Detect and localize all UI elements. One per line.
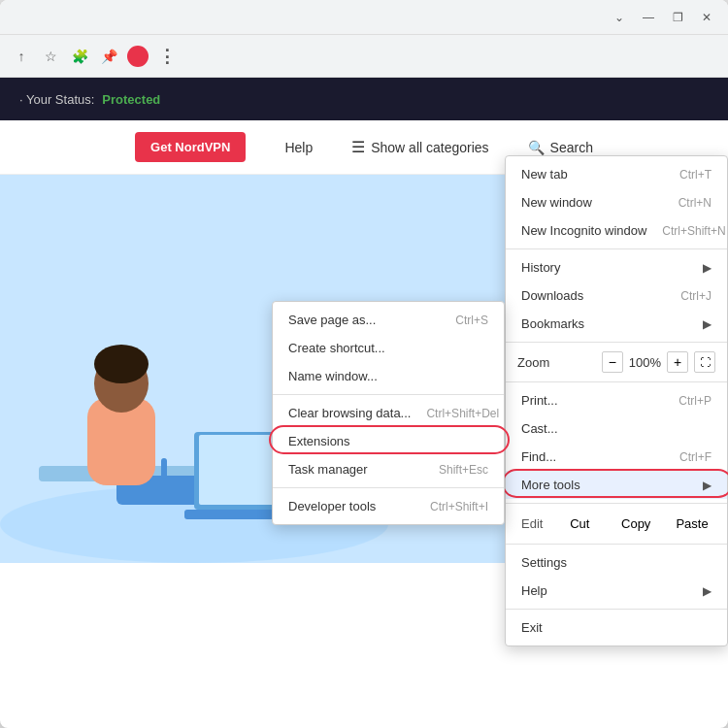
categories-nav[interactable]: ☰ Show all categories bbox=[351, 138, 488, 156]
zoom-plus-button[interactable]: + bbox=[667, 351, 688, 373]
extension-icon: 🧩 bbox=[72, 49, 88, 64]
menu-icon: ⋮ bbox=[158, 46, 176, 67]
print-item[interactable]: Print... Ctrl+P bbox=[506, 386, 727, 414]
svg-point-13 bbox=[94, 345, 149, 383]
toolbar-left-icons: ↑ ☆ 🧩 📌 ⋮ bbox=[8, 43, 181, 70]
status-value: Protected bbox=[102, 92, 160, 107]
settings-item[interactable]: Settings bbox=[506, 548, 727, 577]
minimize-button[interactable]: — bbox=[635, 4, 662, 31]
bookmark-button[interactable]: ☆ bbox=[37, 43, 64, 70]
pin-icon: 📌 bbox=[101, 49, 117, 64]
share-button[interactable]: ↑ bbox=[8, 43, 35, 70]
name-window-item[interactable]: Name window... bbox=[273, 362, 504, 390]
star-icon: ☆ bbox=[45, 49, 57, 64]
svg-rect-6 bbox=[161, 458, 167, 479]
maximize-button[interactable]: ❐ bbox=[664, 4, 691, 31]
extension-button[interactable]: 🧩 bbox=[66, 43, 93, 70]
page-header: · Your Status: Protected bbox=[0, 78, 728, 120]
sep-f bbox=[506, 609, 727, 610]
history-item[interactable]: History ▶ bbox=[506, 253, 727, 281]
sep-d bbox=[506, 503, 727, 504]
task-manager-item[interactable]: Task manager Shift+Esc bbox=[273, 455, 504, 483]
categories-label: Show all categories bbox=[371, 140, 488, 155]
search-nav[interactable]: 🔍 Search bbox=[528, 140, 593, 155]
new-incognito-item[interactable]: New Incognito window Ctrl+Shift+N bbox=[506, 216, 727, 245]
zoom-value: 100% bbox=[629, 355, 661, 370]
sep-c bbox=[506, 381, 727, 382]
save-page-item[interactable]: Save page as... Ctrl+S bbox=[273, 306, 504, 334]
close-icon: ✕ bbox=[702, 11, 711, 24]
edit-label: Edit bbox=[513, 512, 550, 536]
avatar-button[interactable] bbox=[124, 43, 151, 70]
find-item[interactable]: Find... Ctrl+F bbox=[506, 443, 727, 471]
cast-item[interactable]: Cast... bbox=[506, 414, 727, 443]
search-label: Search bbox=[550, 140, 593, 155]
developer-tools-item[interactable]: Developer tools Ctrl+Shift+I bbox=[273, 492, 504, 520]
chevron-down-btn[interactable]: ⌄ bbox=[606, 4, 633, 31]
zoom-item: Zoom − 100% + ⛶ bbox=[506, 347, 727, 378]
copy-button[interactable]: Copy bbox=[609, 512, 663, 536]
more-tools-item[interactable]: More tools ▶ bbox=[506, 471, 727, 499]
create-shortcut-item[interactable]: Create shortcut... bbox=[273, 334, 504, 362]
sep-a bbox=[506, 248, 727, 249]
cut-button[interactable]: Cut bbox=[552, 512, 607, 536]
page-context-menu: Save page as... Ctrl+S Create shortcut..… bbox=[272, 301, 505, 525]
hamburger-icon: ☰ bbox=[351, 138, 365, 156]
separator-1 bbox=[273, 394, 504, 395]
extensions-item[interactable]: Extensions bbox=[273, 427, 504, 455]
search-icon: 🔍 bbox=[528, 140, 545, 155]
browser-window: ⌄ — ❐ ✕ ↑ ☆ 🧩 📌 bbox=[0, 0, 728, 728]
pin-button[interactable]: 📌 bbox=[95, 43, 122, 70]
avatar-icon bbox=[127, 46, 149, 67]
sep-e bbox=[506, 544, 727, 545]
exit-item[interactable]: Exit bbox=[506, 613, 727, 642]
sep-b bbox=[506, 342, 727, 343]
title-bar: ⌄ — ❐ ✕ bbox=[0, 0, 728, 35]
status-prefix: · Your Status: bbox=[19, 92, 94, 107]
downloads-item[interactable]: Downloads Ctrl+J bbox=[506, 281, 727, 310]
share-icon: ↑ bbox=[18, 49, 25, 64]
clear-browsing-data-item[interactable]: Clear browsing data... Ctrl+Shift+Del bbox=[273, 399, 504, 427]
zoom-minus-button[interactable]: − bbox=[602, 351, 623, 373]
separator-2 bbox=[273, 487, 504, 488]
help-item[interactable]: Help ▶ bbox=[506, 577, 727, 605]
fullscreen-button[interactable]: ⛶ bbox=[694, 351, 715, 373]
paste-button[interactable]: Paste bbox=[665, 512, 719, 536]
zoom-controls: − 100% + ⛶ bbox=[602, 351, 715, 373]
page-content: · Your Status: Protected Get NordVPN Hel… bbox=[0, 78, 728, 728]
context-menu-container: New tab Ctrl+T New window Ctrl+N New Inc… bbox=[505, 155, 728, 646]
help-link[interactable]: Help bbox=[284, 140, 313, 155]
minimize-icon: — bbox=[643, 11, 654, 24]
close-button[interactable]: ✕ bbox=[693, 4, 720, 31]
title-bar-controls: ⌄ — ❐ ✕ bbox=[606, 4, 720, 31]
toolbar: ↑ ☆ 🧩 📌 ⋮ bbox=[0, 35, 728, 78]
chevron-down-icon: ⌄ bbox=[614, 11, 624, 24]
maximize-icon: ❐ bbox=[673, 11, 683, 24]
bookmarks-item[interactable]: Bookmarks ▶ bbox=[506, 310, 727, 338]
edit-row: Edit Cut Copy Paste bbox=[506, 508, 727, 540]
main-context-menu: New tab Ctrl+T New window Ctrl+N New Inc… bbox=[505, 155, 728, 646]
new-tab-item[interactable]: New tab Ctrl+T bbox=[506, 160, 727, 188]
new-window-item[interactable]: New window Ctrl+N bbox=[506, 188, 727, 216]
menu-button[interactable]: ⋮ bbox=[153, 43, 181, 70]
get-nordvpn-button[interactable]: Get NordVPN bbox=[135, 132, 246, 162]
